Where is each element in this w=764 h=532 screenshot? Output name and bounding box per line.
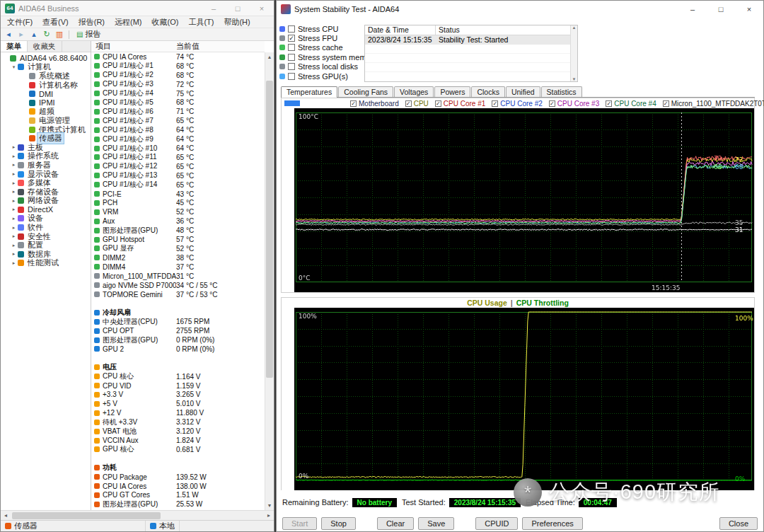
scroll-left-icon[interactable]: ◂ (1, 512, 11, 519)
column-status[interactable]: Status (436, 25, 577, 35)
toolbar-icon[interactable]: ↻ (42, 30, 52, 39)
sensor-row[interactable]: 功耗 (91, 463, 265, 473)
sensor-row[interactable]: CPU IA Cores 138.00 W (91, 482, 265, 491)
sensor-row[interactable]: CPU #1/核心 #4 75 °C (91, 89, 265, 98)
legend-checkbox[interactable]: ✓ (405, 100, 412, 107)
sensor-row[interactable]: CPU #1/核心 #14 65 °C (91, 180, 265, 190)
action-button[interactable]: Stop (321, 517, 356, 530)
close-dialog-button[interactable]: Close (719, 517, 758, 530)
tree-expand-arrow[interactable]: ▸ (11, 260, 17, 266)
sensor-row[interactable]: CPU 核心 1.164 V (91, 372, 265, 381)
tree-expand-arrow[interactable]: ▸ (11, 216, 17, 221)
graph-tab[interactable]: Statistics (541, 86, 582, 97)
tree-item[interactable]: 计算机名称 (1, 81, 91, 90)
sensor-row[interactable]: PCI-E 43 °C (91, 190, 265, 199)
tree-expand-arrow[interactable]: ▸ (11, 233, 17, 239)
stress-checkbox[interactable]: ✓ (288, 35, 295, 42)
sensor-row[interactable]: CPU #1/核心 #10 64 °C (91, 144, 265, 153)
maximize-button[interactable]: □ (707, 1, 735, 18)
tree-expand-arrow[interactable]: ▾ (11, 64, 17, 70)
sensor-row[interactable]: CPU #1/核心 #7 65 °C (91, 116, 265, 125)
sensor-row[interactable]: Aux 36 °C (91, 216, 265, 226)
graph-tab[interactable]: Voltages (394, 86, 434, 97)
table-row[interactable]: 2023/8/24 15:15:35 Stability Test: Start… (365, 35, 577, 45)
titlebar[interactable]: System Stability Test - AIDA64 – □ × (277, 1, 763, 18)
menu-item[interactable]: 文件(F) (2, 17, 37, 28)
sensor-row[interactable]: 冷却风扇 (91, 308, 265, 317)
toolbar-icon[interactable]: ▥ (54, 30, 64, 39)
action-button[interactable]: Preferences (522, 517, 582, 530)
sensor-row[interactable]: CPU #1/核心 #13 65 °C (91, 171, 265, 180)
sensor-row[interactable]: PCH 45 °C (91, 199, 265, 208)
tree-item[interactable]: ▸ 设备 (1, 214, 91, 224)
tree-expand-arrow[interactable]: ▸ (11, 251, 17, 257)
sensor-row[interactable] (91, 299, 265, 308)
tree-item[interactable]: ▸ 网络设备 (1, 197, 91, 206)
action-button[interactable]: Start (282, 517, 317, 530)
sensor-row[interactable]: VCCIN Aux 1.824 V (91, 436, 265, 445)
legend-checkbox[interactable]: ✓ (435, 100, 441, 107)
sensor-row[interactable]: CPU #1/核心 #8 64 °C (91, 125, 265, 134)
sensor-row[interactable]: CPU #1/核心 #6 71 °C (91, 107, 265, 116)
sensor-row[interactable]: CPU VID 1.159 V (91, 381, 265, 391)
tree-expand-arrow[interactable]: ▸ (11, 207, 17, 212)
tree-expand-arrow[interactable]: ▸ (11, 180, 17, 186)
horizontal-scrollbar[interactable]: ◂ ▸ (1, 510, 274, 520)
graph-tab[interactable]: Temperatures (281, 86, 337, 98)
menu-item[interactable]: 报告(R) (74, 17, 110, 28)
stress-checkbox[interactable] (288, 63, 295, 70)
sensor-row[interactable]: CPU #1/核心 #12 65 °C (91, 162, 265, 171)
toolbar-icon[interactable]: ▸ (16, 30, 26, 39)
tree-item[interactable]: 传感器 (1, 134, 91, 143)
sensor-row[interactable]: DIMM4 37 °C (91, 262, 265, 272)
sensor-row[interactable]: +3.3 V 3.265 V (91, 391, 265, 400)
sensor-row[interactable]: +5 V 5.010 V (91, 399, 265, 408)
tree-item[interactable]: DMI (1, 89, 91, 98)
maximize-button[interactable]: □ (226, 1, 250, 16)
minimize-button[interactable]: – (202, 1, 226, 16)
report-button[interactable]: ▤ 报告 (74, 29, 103, 40)
sensor-row[interactable]: CPU Package 139.52 W (91, 473, 265, 482)
column-value[interactable]: 当前值 (176, 41, 265, 52)
table-scrollbar[interactable]: ▲▼ (570, 25, 577, 81)
tree-expand-arrow[interactable]: ▸ (11, 243, 17, 248)
close-button[interactable]: × (250, 1, 274, 16)
legend-checkbox[interactable]: ✓ (350, 100, 357, 107)
action-button[interactable]: Save (418, 517, 454, 530)
menu-item[interactable]: 收藏(O) (147, 17, 184, 28)
tab-favorites[interactable]: 收藏夹 (28, 41, 62, 52)
scroll-down-icon[interactable]: ▼ (265, 501, 274, 510)
menu-item[interactable]: 远程(M) (110, 17, 147, 28)
sensor-row[interactable]: 中央处理器(CPU) 1675 RPM (91, 317, 265, 326)
scroll-down-icon[interactable]: ▼ (571, 77, 577, 81)
sensor-row[interactable]: CPU OPT 2755 RPM (91, 326, 265, 335)
sensor-row[interactable]: Micron_1100_MTFDDAK2T0T... 31 °C (91, 272, 265, 281)
tree-item[interactable]: ▸ DirectX (1, 205, 91, 214)
legend-checkbox[interactable]: ✓ (606, 100, 612, 107)
tree-expand-arrow[interactable]: ▸ (11, 144, 17, 150)
tree-expand-arrow[interactable]: ▸ (11, 171, 17, 177)
sensor-row[interactable]: CPU #1/核心 #5 68 °C (91, 98, 265, 108)
sensor-row[interactable] (91, 354, 265, 363)
menu-item[interactable]: 查看(V) (37, 17, 74, 28)
graph-tab[interactable]: Unified (506, 86, 540, 97)
sensor-row[interactable]: CPU GT Cores 1.51 W (91, 491, 265, 500)
sensor-row[interactable]: GPU 2 0 RPM (0%) (91, 345, 265, 354)
tree-expand-arrow[interactable]: ▸ (11, 154, 17, 159)
graph-tab[interactable]: Powers (434, 86, 470, 97)
scrollbar-thumb[interactable] (266, 81, 273, 378)
column-item[interactable]: 项目 (91, 41, 176, 52)
sensor-row[interactable]: GPU Hotspot 57 °C (91, 235, 265, 244)
legend-checkbox[interactable]: ✓ (663, 100, 669, 107)
tree-expand-arrow[interactable]: ▸ (11, 162, 17, 168)
titlebar[interactable]: 64 AIDA64 Business – □ × (1, 1, 274, 16)
sensor-row[interactable]: TOPMORE Gemini 37 °C / 53 °C (91, 290, 265, 299)
sensor-row[interactable]: 图形处理器(GPU) 48 °C (91, 226, 265, 235)
legend-checkbox[interactable]: ✓ (492, 100, 498, 107)
close-button[interactable]: × (735, 1, 763, 18)
scroll-up-icon[interactable]: ▲ (265, 52, 274, 62)
sensor-row[interactable]: CPU #1/核心 #11 65 °C (91, 153, 265, 162)
sensor-row[interactable]: 待机 +3.3V 3.312 V (91, 417, 265, 427)
sensor-row[interactable]: GPU 显存 52 °C (91, 244, 265, 253)
sensor-row[interactable]: CPU #1/核心 #2 68 °C (91, 71, 265, 80)
